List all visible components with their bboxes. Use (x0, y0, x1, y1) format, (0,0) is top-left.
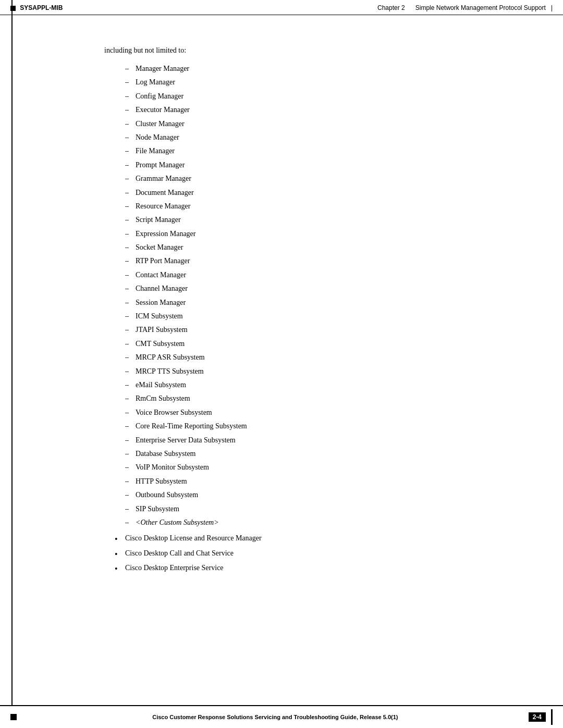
list-item: Config Manager (125, 91, 542, 102)
list-item: MRCP ASR Subsystem (125, 352, 542, 363)
list-item: Outbound Subsystem (125, 489, 542, 501)
list-item: Cisco Desktop Enterprise Service (115, 562, 542, 574)
list-item: Enterprise Server Data Subsystem (125, 435, 542, 446)
top-header: SYSAPPL-MIB Chapter 2 Simple Network Man… (0, 0, 563, 15)
left-border (11, 0, 13, 728)
list-item: Script Manager (125, 214, 542, 226)
list-item: VoIP Monitor Subsystem (125, 462, 542, 473)
footer-page-number: 2-4 (529, 712, 546, 722)
list-item: Grammar Manager (125, 173, 542, 184)
main-content: including but not limited to: Manager Ma… (104, 15, 542, 598)
footer-text: Cisco Customer Response Solutions Servic… (22, 714, 529, 720)
list-item: Resource Manager (125, 201, 542, 212)
list-item: Prompt Manager (125, 159, 542, 171)
list-item: MRCP TTS Subsystem (125, 366, 542, 377)
header-chapter-title: Chapter 2 Simple Network Management Prot… (377, 4, 553, 11)
dash-list: Manager Manager Log Manager Config Manag… (125, 63, 542, 528)
list-item: Manager Manager (125, 63, 542, 75)
sysappl-label: SYSAPPL-MIB (20, 4, 63, 11)
list-item: Node Manager (125, 132, 542, 143)
list-item: Cisco Desktop License and Resource Manag… (115, 533, 542, 544)
list-item: Expression Manager (125, 228, 542, 240)
list-item: Document Manager (125, 187, 542, 199)
list-item: Database Subsystem (125, 448, 542, 460)
list-item: CMT Subsystem (125, 338, 542, 350)
sidebar-label-top: SYSAPPL-MIB (10, 4, 63, 11)
list-item: RmCm Subsystem (125, 393, 542, 404)
chapter-label: Chapter 2 (377, 4, 405, 11)
list-item: Executor Manager (125, 104, 542, 116)
list-item: Contact Manager (125, 269, 542, 281)
list-item: RTP Port Manager (125, 255, 542, 267)
list-item: Cluster Manager (125, 118, 542, 130)
list-item: JTAPI Subsystem (125, 324, 542, 336)
list-item: Log Manager (125, 77, 542, 88)
dot-list: Cisco Desktop License and Resource Manag… (115, 533, 542, 574)
intro-text: including but not limited to: (104, 46, 542, 55)
list-item: Cisco Desktop Call and Chat Service (115, 548, 542, 559)
list-item: Channel Manager (125, 283, 542, 294)
footer-square-icon (10, 714, 17, 720)
list-item: File Manager (125, 145, 542, 157)
bottom-footer: Cisco Customer Response Solutions Servic… (0, 705, 563, 728)
list-item: eMail Subsystem (125, 379, 542, 391)
list-item: Core Real-Time Reporting Subsystem (125, 421, 542, 432)
list-item: ICM Subsystem (125, 311, 542, 322)
list-item: Socket Manager (125, 242, 542, 253)
list-item: Session Manager (125, 297, 542, 309)
chapter-title: Simple Network Management Protocol Suppo… (415, 4, 546, 11)
list-item: SIP Subsystem (125, 503, 542, 515)
page-container: SYSAPPL-MIB Chapter 2 Simple Network Man… (0, 0, 563, 728)
list-item: Voice Browser Subsystem (125, 407, 542, 418)
footer-right-border (551, 709, 553, 725)
list-item-italic: <Other Custom Subsystem> (125, 517, 542, 528)
list-item: HTTP Subsystem (125, 476, 542, 487)
